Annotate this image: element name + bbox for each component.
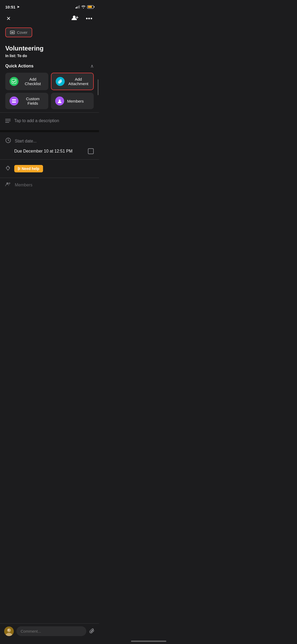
badge-bars-icon <box>18 167 20 171</box>
badge-label: Need help <box>22 167 39 171</box>
due-date-row[interactable]: Due December 10 at 12:51 PM <box>5 148 94 154</box>
location-arrow-icon: ➤ <box>17 5 20 9</box>
svg-point-13 <box>8 167 9 167</box>
need-help-badge[interactable]: Need help <box>14 165 43 172</box>
time-display: 10:51 <box>5 5 15 9</box>
description-icon <box>5 119 11 124</box>
svg-line-12 <box>8 140 9 141</box>
svg-point-6 <box>59 100 60 102</box>
custom-fields-icon <box>10 96 18 105</box>
cover-icon <box>10 31 15 34</box>
label-row[interactable]: Need help <box>0 160 99 178</box>
status-icons: ⚡ <box>76 5 94 9</box>
card-list-info: In list: To do <box>5 54 94 58</box>
add-member-icon <box>72 15 78 21</box>
quick-actions-header: Quick Actions ∧ <box>5 63 94 69</box>
signal-icon <box>76 5 80 8</box>
due-date-text: Due December 10 at 12:51 PM <box>14 149 73 154</box>
members-section-label: Members <box>15 183 32 187</box>
close-button[interactable]: ✕ <box>5 14 12 23</box>
add-attachment-button[interactable]: Add Attachment <box>51 73 94 90</box>
card-title-section: Volunteering In list: To do <box>0 40 99 60</box>
members-icon <box>55 96 64 105</box>
label-icon <box>5 165 11 172</box>
cover-button[interactable]: Cover <box>5 27 32 37</box>
date-row: Start date... Due December 10 at 12:51 P… <box>0 132 99 159</box>
collapse-icon[interactable]: ∧ <box>90 63 94 69</box>
top-nav: ✕ ••• <box>0 12 99 25</box>
status-time: 10:51 ➤ <box>5 5 20 9</box>
section-divider <box>0 130 99 132</box>
checklist-icon <box>10 77 18 86</box>
quick-actions-section: Quick Actions ∧ Add Checklist Add Attach… <box>0 60 99 112</box>
nav-right-actions: ••• <box>70 14 94 23</box>
svg-rect-4 <box>12 99 16 100</box>
status-bar: 10:51 ➤ ⚡ <box>0 0 99 12</box>
svg-point-15 <box>9 182 10 184</box>
spacer <box>0 190 99 216</box>
members-section-row[interactable]: Members <box>0 178 99 190</box>
custom-fields-button[interactable]: Custom Fields <box>5 93 48 109</box>
scroll-indicator <box>98 79 98 95</box>
add-checklist-button[interactable]: Add Checklist <box>5 73 48 90</box>
cover-btn-wrapper: Cover <box>0 25 99 40</box>
description-placeholder: Tap to add a description <box>14 118 59 123</box>
quick-actions-title: Quick Actions <box>5 64 34 68</box>
description-row[interactable]: Tap to add a description <box>0 113 99 130</box>
wifi-icon <box>81 5 86 8</box>
clock-icon <box>5 137 11 145</box>
battery-icon: ⚡ <box>87 5 94 9</box>
members-section-icon <box>5 182 11 188</box>
attachment-icon <box>56 77 65 86</box>
quick-actions-grid: Add Checklist Add Attachment Custom Fiel… <box>5 73 94 109</box>
due-date-checkbox[interactable] <box>88 148 94 154</box>
more-options-button[interactable]: ••• <box>85 14 94 23</box>
start-date-placeholder: Start date... <box>15 139 37 144</box>
start-date-row[interactable]: Start date... <box>5 137 94 145</box>
add-member-button[interactable] <box>70 14 79 23</box>
members-button[interactable]: Members <box>51 93 94 109</box>
card-title: Volunteering <box>5 45 94 52</box>
svg-rect-5 <box>12 102 16 103</box>
